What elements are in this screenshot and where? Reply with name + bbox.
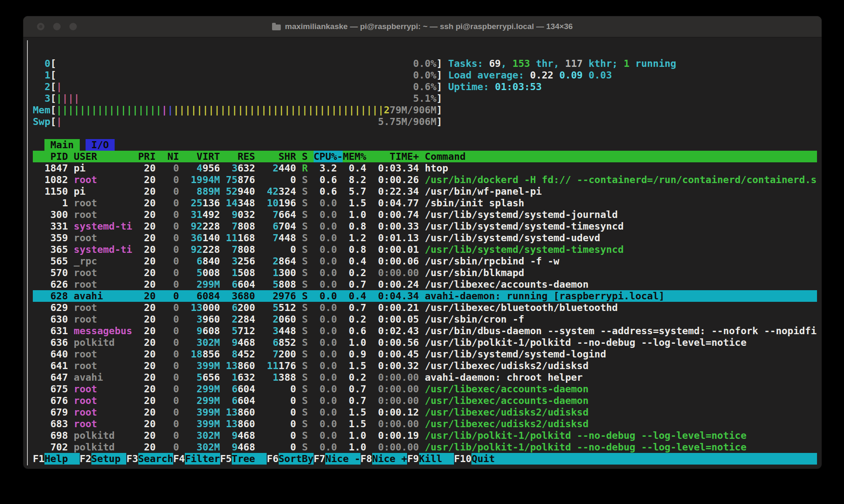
user-cell: root	[74, 383, 138, 395]
user-cell: root	[74, 279, 138, 290]
column-header-ni[interactable]: NI	[162, 151, 185, 162]
summary-text: 0.22	[530, 69, 553, 81]
state-cell: S	[302, 186, 314, 197]
shr-cell-sep	[296, 232, 302, 244]
fkey-f9-kill[interactable]: F9Kill	[407, 453, 454, 465]
column-header-res[interactable]: RES	[226, 151, 261, 162]
fkey-number: F4	[173, 453, 185, 465]
process-row-1150[interactable]: 1150 pi 20 0 889M 52940 42324 S 0.6 5.7 …	[33, 186, 817, 197]
fkey-f6-sortby[interactable]: F6SortBy	[267, 453, 314, 465]
res-cell-sep	[255, 360, 261, 372]
state-cell: S	[302, 441, 314, 453]
virt-cell: 228	[202, 220, 220, 232]
pri-cell: 20	[138, 174, 161, 186]
process-row-631[interactable]: 631 messagebus 20 0 9608 5712 3448 S 0.0…	[33, 325, 817, 337]
column-header-pid[interactable]: PID	[33, 151, 74, 162]
process-row-331[interactable]: 331 systemd-ti 20 0 92228 7808 6704 S 0.…	[33, 220, 817, 232]
minimize-button[interactable]	[53, 23, 61, 30]
process-row-1082[interactable]: 1082 root 20 0 1994M 75876 0 S 0.6 8.2 0…	[33, 174, 817, 186]
shr-cell-sep	[296, 209, 302, 220]
close-button[interactable]	[37, 23, 44, 30]
tab-io[interactable]: I/O	[86, 139, 115, 151]
process-row-647[interactable]: 647 avahi 20 0 5656 1632 1388 S 0.0 0.2 …	[33, 372, 817, 383]
time-cell: 0:00.06	[372, 255, 425, 267]
res-cell-sep	[255, 337, 261, 348]
mem-cell: 0.7	[343, 395, 372, 406]
fkey-f3-search[interactable]: F3Search	[126, 453, 173, 465]
shr-cell: 852	[279, 337, 296, 348]
fkey-f4-filter[interactable]: F4Filter	[173, 453, 220, 465]
res-cell: 13	[226, 406, 238, 418]
res-cell: 876	[238, 174, 255, 186]
virt-cell: 399M	[196, 406, 220, 418]
shr-cell-pad	[261, 267, 272, 279]
fkey-f7-nice-[interactable]: F7Nice -	[314, 453, 361, 465]
pid-cell: 565	[33, 255, 74, 267]
meter-label: 1	[33, 69, 50, 81]
fkey-f5-tree[interactable]: F5Tree	[220, 453, 267, 465]
column-header-state[interactable]: S	[302, 151, 314, 162]
res-cell: 9	[232, 441, 238, 453]
res-cell: 6	[232, 279, 238, 290]
process-row-628[interactable]: 628 avahi 20 0 6084 3680 2976 S 0.0 0.4 …	[33, 290, 817, 302]
command-cell: avahi-daemon: running [raspberrypi.local…	[425, 290, 665, 302]
process-row-359[interactable]: 359 root 20 0 36140 11168 7448 S 0.0 1.2…	[33, 232, 817, 244]
process-row-629[interactable]: 629 root 20 0 13000 6200 5512 S 0.0 0.7 …	[33, 302, 817, 313]
window-titlebar[interactable]: maximiliankaske — pi@raspberrypi: ~ — ss…	[23, 16, 822, 37]
process-row-676[interactable]: 676 root 20 0 299M 6604 0 S 0.0 0.7 0:00…	[33, 395, 817, 406]
process-row-675[interactable]: 675 root 20 0 299M 6604 0 S 0.0 0.7 0:00…	[33, 383, 817, 395]
ni-cell: 0	[162, 244, 185, 255]
process-row-1847[interactable]: 1847 pi 20 0 4956 3632 2440 R 3.2 0.4 0:…	[33, 162, 817, 174]
process-row-365[interactable]: 365 systemd-ti 20 0 92228 7808 0 S 0.0 0…	[33, 244, 817, 255]
process-row-1[interactable]: 1 root 20 0 25136 14348 10196 S 0.0 1.5 …	[33, 197, 817, 209]
cpu-cell: 0.0	[314, 197, 343, 209]
fkey-f8-nice-[interactable]: F8Nice +	[361, 453, 407, 465]
fkey-f2-setup[interactable]: F2Setup	[80, 453, 127, 465]
state-cell: S	[302, 209, 314, 220]
process-row-565[interactable]: 565 _rpc 20 0 6840 3256 2864 S 0.0 0.4 0…	[33, 255, 817, 267]
res-cell: 468	[238, 441, 255, 453]
process-row-702[interactable]: 702 polkitd 20 0 302M 9468 0 S 0.0 1.0 0…	[33, 441, 817, 453]
column-header-command[interactable]: Command	[425, 151, 466, 162]
virt-cell-sep	[220, 174, 226, 186]
process-row-698[interactable]: 698 polkitd 20 0 302M 9468 0 S 0.0 1.0 0…	[33, 430, 817, 441]
summary-text	[583, 69, 589, 81]
column-header-virt[interactable]: VIRT	[185, 151, 226, 162]
res-cell: 168	[238, 232, 255, 244]
pri-cell: 20	[138, 360, 161, 372]
cpu-cell: 0.0	[314, 372, 343, 383]
column-header-shr[interactable]: SHR	[261, 151, 302, 162]
process-row-626[interactable]: 626 root 20 0 299M 6604 5808 S 0.0 0.7 0…	[33, 279, 817, 290]
column-header-time[interactable]: TIME+	[372, 151, 425, 162]
state-cell: S	[302, 348, 314, 360]
column-header-user[interactable]: USER	[74, 151, 138, 162]
virt-cell-sep	[220, 220, 226, 232]
pid-cell: 676	[33, 395, 74, 406]
column-header-mem[interactable]: MEM%	[343, 151, 372, 162]
process-row-640[interactable]: 640 root 20 0 18856 8452 7200 S 0.0 0.9 …	[33, 348, 817, 360]
zoom-button[interactable]	[69, 23, 77, 30]
process-row-679[interactable]: 679 root 20 0 399M 13860 0 S 0.0 1.5 0:0…	[33, 406, 817, 418]
pri-cell: 20	[138, 302, 161, 313]
fkey-f10-quit[interactable]: F10Quit	[454, 453, 507, 465]
virt-cell: 960	[202, 313, 220, 325]
column-header-pri[interactable]: PRI	[138, 151, 161, 162]
mem-cell: 0.2	[343, 372, 372, 383]
process-row-630[interactable]: 630 root 20 0 3960 2284 2060 S 0.0 0.2 0…	[33, 313, 817, 325]
virt-cell: 299M	[196, 395, 220, 406]
process-row-683[interactable]: 683 root 20 0 399M 13860 0 S 0.0 1.5 0:0…	[33, 418, 817, 430]
cpu-cell: 0.0	[314, 290, 343, 302]
process-row-641[interactable]: 641 root 20 0 399M 13860 11176 S 0.0 1.5…	[33, 360, 817, 372]
process-row-300[interactable]: 300 root 20 0 31492 9032 7664 S 0.0 1.0 …	[33, 209, 817, 220]
fkey-f1-help[interactable]: F1Help	[33, 453, 80, 465]
process-row-636[interactable]: 636 polkitd 20 0 302M 9468 6852 S 0.0 1.…	[33, 337, 817, 348]
meter-bar-blue: |	[167, 104, 173, 116]
res-cell: 632	[238, 162, 255, 174]
tab-main[interactable]: Main	[44, 139, 80, 151]
process-row-570[interactable]: 570 root 20 0 5008 1508 1300 S 0.0 0.2 0…	[33, 267, 817, 279]
ni-cell: 0	[162, 174, 185, 186]
column-header-cpu-sorted[interactable]: CPU%-	[314, 151, 343, 162]
virt-cell-pad	[185, 360, 196, 372]
gap	[33, 139, 44, 151]
res-cell: 11	[226, 232, 238, 244]
